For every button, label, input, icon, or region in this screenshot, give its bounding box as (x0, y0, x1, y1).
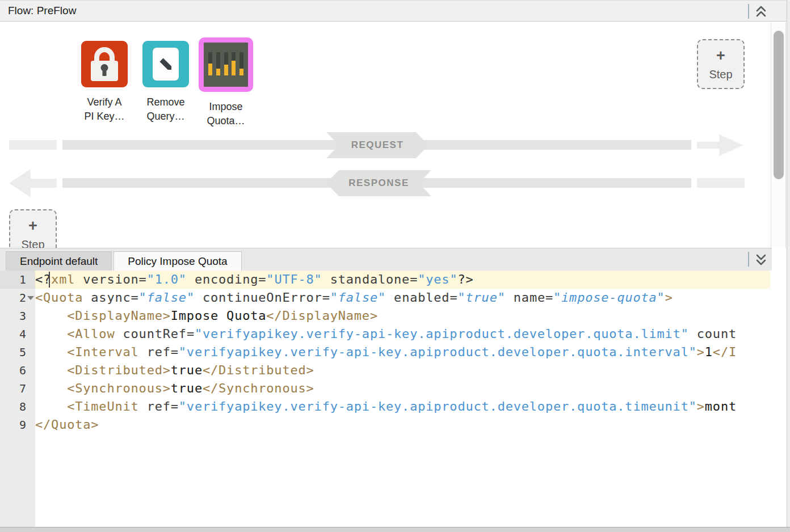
plus-icon: + (716, 48, 725, 64)
code-line[interactable]: <Interval ref="verifyapikey.verify-api-k… (35, 343, 770, 361)
window-bottom-edge (0, 527, 790, 532)
code-line[interactable]: <Allow countRef="verifyapikey.verify-api… (35, 325, 770, 343)
code-area[interactable]: <?xml version="1.0" encoding="UTF-8" sta… (35, 271, 770, 512)
code-line[interactable]: <?xml version="1.0" encoding="UTF-8" sta… (35, 271, 770, 289)
response-bar-end-segment (697, 178, 745, 188)
window-right-edge (787, 0, 790, 532)
apigee-flow-editor: Flow: PreFlow Verify A PI Key… (0, 0, 790, 532)
fold-toggle-icon[interactable] (27, 296, 34, 300)
scrollbar-thumb[interactable] (774, 31, 784, 179)
code-line[interactable]: <Distributed>true</Distributed> (35, 361, 770, 379)
policy-label: Remove Query… (132, 95, 200, 124)
add-step-button-response[interactable]: + Step (9, 209, 57, 248)
line-number: 6 (0, 361, 35, 379)
policy-label: Verify A PI Key… (70, 95, 138, 124)
line-number-gutter: 123456789 (0, 271, 35, 527)
text-caret (49, 272, 50, 288)
policy-remove-query[interactable]: Remove Query… (132, 41, 200, 124)
code-line[interactable]: <TimeUnit ref="verifyapikey.verify-api-k… (35, 398, 770, 416)
line-number: 9 (0, 416, 35, 434)
request-badge: REQUEST (326, 132, 428, 158)
line-number: 1 (0, 271, 35, 289)
plus-icon: + (28, 218, 37, 234)
bar-chart-icon (199, 37, 253, 92)
tab-endpoint-default[interactable]: Endpoint default (6, 251, 112, 271)
line-number: 2 (0, 289, 35, 307)
header-separator (748, 4, 749, 19)
collapse-flow-panel-icon[interactable] (755, 5, 767, 18)
request-bar-start-segment (9, 140, 57, 150)
code-line[interactable]: <Quota async="false" continueOnError="fa… (35, 289, 770, 307)
code-editor: 123456789 <?xml version="1.0" encoding="… (0, 271, 772, 527)
code-line[interactable]: <DisplayName>Impose Quota</DisplayName> (35, 307, 770, 325)
code-line[interactable]: <Synchronous>true</Synchronous> (35, 379, 770, 398)
flow-title: Flow: PreFlow (0, 5, 76, 17)
tab-policy-impose-quota[interactable]: Policy Impose Quota (114, 251, 241, 271)
response-arrow-left-icon (9, 169, 57, 197)
policy-impose-quota[interactable]: Impose Quota… (192, 37, 260, 128)
lock-icon (81, 41, 128, 87)
line-number: 4 (0, 325, 35, 343)
add-step-button-request[interactable]: + Step (697, 39, 745, 89)
line-number: 7 (0, 379, 35, 398)
line-number: 5 (0, 343, 35, 361)
line-number: 8 (0, 398, 35, 416)
tab-bar-separator (748, 252, 749, 267)
policy-verify-api-key[interactable]: Verify A PI Key… (70, 41, 138, 124)
policy-label: Impose Quota… (192, 100, 260, 128)
lock-shackle (94, 47, 115, 62)
pencil-icon (142, 41, 189, 87)
lock-body (91, 61, 118, 81)
flow-panel-scrollbar[interactable] (771, 22, 786, 248)
response-badge: RESPONSE (326, 170, 431, 196)
flow-panel-header: Flow: PreFlow (0, 0, 787, 22)
line-number: 3 (0, 307, 35, 325)
editor-tab-bar: Endpoint default Policy Impose Quota (0, 248, 772, 271)
flow-designer-canvas: Verify A PI Key… Remove Query… (0, 22, 787, 248)
collapse-editor-panel-icon[interactable] (755, 253, 767, 267)
code-line[interactable]: </Quota> (35, 416, 770, 434)
request-arrow-right-icon (697, 134, 743, 156)
